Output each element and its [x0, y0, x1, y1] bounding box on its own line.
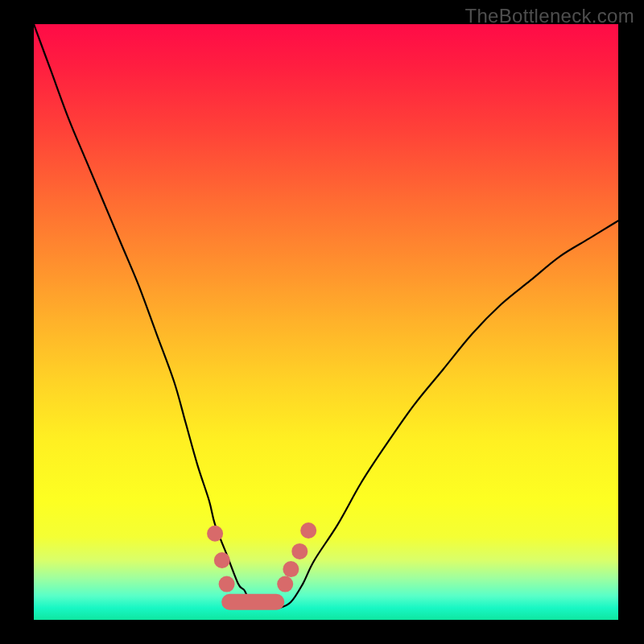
bottleneck-curve [34, 24, 618, 609]
marker-dot [207, 526, 223, 542]
marker-dot [219, 576, 235, 592]
chart-svg [34, 24, 618, 620]
marker-dot [214, 552, 230, 568]
marker-dot [300, 522, 316, 539]
chart-outer-frame: TheBottleneck.com [0, 0, 644, 644]
marker-dots-group [207, 522, 316, 592]
marker-dot [291, 543, 308, 559]
chart-plot-area [34, 24, 618, 620]
marker-dot [283, 561, 299, 577]
marker-dot [277, 576, 293, 592]
watermark-text: TheBottleneck.com [464, 5, 634, 27]
